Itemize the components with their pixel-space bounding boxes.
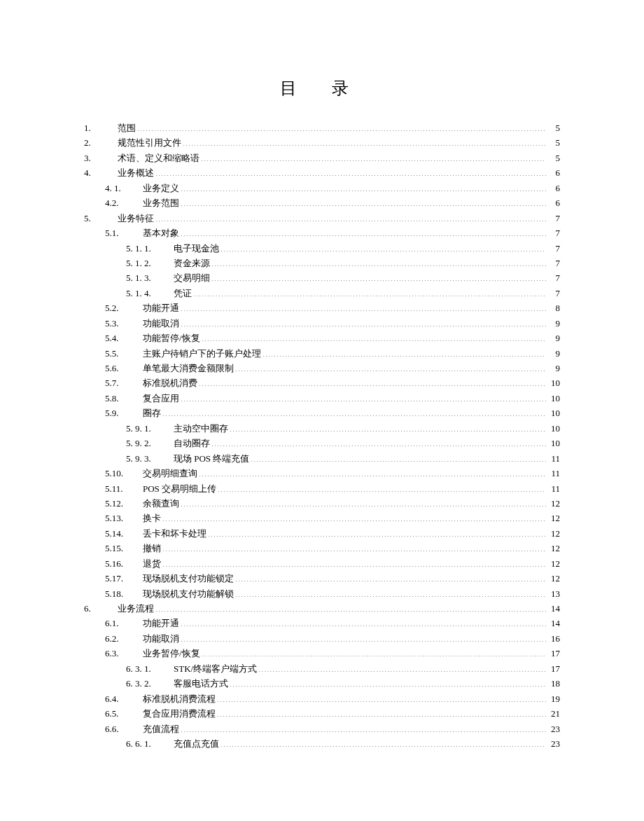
toc-entry-page: 17 bbox=[547, 646, 560, 661]
toc-entry-number: 5.15. bbox=[105, 541, 143, 556]
toc-entry-page: 10 bbox=[547, 436, 560, 450]
toc-entry-number: 6.2. bbox=[105, 631, 143, 646]
toc-entry: 6. 3. 2.客服电话方式18 bbox=[84, 676, 560, 691]
toc-entry-page: 6 bbox=[547, 195, 560, 210]
toc-entry-leader bbox=[230, 422, 546, 432]
toc-entry-label: 换卡 bbox=[143, 511, 161, 525]
toc-entry-leader bbox=[211, 272, 546, 281]
toc-entry-label: 复合应用 bbox=[143, 391, 179, 406]
toc-entry: 5. 1. 4.凭证7 bbox=[84, 286, 560, 301]
toc-entry-label: 业务定义 bbox=[143, 181, 179, 195]
toc-entry-label: 电子现金池 bbox=[174, 241, 219, 256]
toc-entry: 5. 9. 1.主动空中圈存10 bbox=[84, 421, 560, 436]
toc-entry-leader bbox=[181, 317, 546, 326]
toc-entry: 5.4.功能暂停/恢复9 bbox=[84, 331, 560, 345]
toc-entry: 6.4.标准脱机消费流程19 bbox=[84, 691, 560, 706]
toc-entry: 5.6.单笔最大消费金额限制9 bbox=[84, 361, 560, 375]
toc-entry: 5.15.撤销12 bbox=[84, 541, 560, 556]
toc-entry-page: 10 bbox=[547, 375, 560, 390]
toc-entry-page: 11 bbox=[547, 466, 560, 481]
toc-entry: 6.2.功能取消16 bbox=[84, 631, 560, 646]
toc-entry-label: 撤销 bbox=[143, 541, 161, 556]
toc-entry-label: 业务范围 bbox=[143, 195, 179, 210]
toc-entry-page: 11 bbox=[547, 481, 560, 496]
toc-entry-leader bbox=[181, 227, 546, 236]
toc-entry-leader bbox=[162, 558, 546, 567]
toc-entry-number: 6.3. bbox=[105, 646, 143, 661]
toc-entry: 5.3.功能取消9 bbox=[84, 316, 560, 331]
toc-entry-leader bbox=[235, 362, 546, 371]
toc-entry-leader bbox=[201, 152, 546, 161]
toc-entry: 5. 9. 3.现场 POS 终端充值11 bbox=[84, 451, 560, 466]
toc-entry-label: 主账户待销户下的子账户处理 bbox=[143, 346, 261, 361]
toc-entry-leader bbox=[235, 572, 546, 581]
toc-entry-page: 18 bbox=[547, 676, 560, 691]
toc-entry: 2.规范性引用文件5 bbox=[84, 135, 560, 150]
toc-entry-label: 规范性引用文件 bbox=[118, 135, 181, 150]
toc-entry-page: 12 bbox=[547, 511, 560, 525]
toc-entry-page: 7 bbox=[547, 241, 560, 256]
toc-entry-number: 6. bbox=[84, 601, 118, 616]
toc-entry-leader bbox=[218, 483, 546, 492]
toc-entry-page: 9 bbox=[547, 316, 560, 331]
toc-entry-leader bbox=[220, 242, 546, 251]
toc-entry-number: 5.13. bbox=[105, 511, 143, 525]
toc-entry-label: 业务流程 bbox=[118, 601, 154, 616]
toc-entry-number: 6.4. bbox=[105, 691, 143, 706]
toc-entry-number: 6. 3. 2. bbox=[126, 676, 174, 691]
toc-entry-number: 5.4. bbox=[105, 331, 143, 345]
toc-entry-number: 5. 1. 2. bbox=[126, 256, 174, 270]
toc-entry-label: 复合应用消费流程 bbox=[143, 706, 216, 721]
toc-entry-page: 7 bbox=[547, 286, 560, 301]
toc-entry-page: 10 bbox=[547, 406, 560, 420]
toc-entry-page: 6 bbox=[547, 181, 560, 195]
toc-entry: 4.业务概述6 bbox=[84, 165, 560, 180]
toc-entry-leader bbox=[181, 723, 546, 732]
toc-entry: 6.3.业务暂停/恢复17 bbox=[84, 646, 560, 661]
toc-entry-leader bbox=[181, 197, 546, 206]
toc-entry-number: 5. 9. 3. bbox=[126, 451, 174, 466]
toc-entry-label: 充值点充值 bbox=[174, 736, 219, 751]
toc-entry-number: 6.1. bbox=[105, 616, 143, 630]
toc-entry-leader bbox=[155, 167, 546, 176]
toc-entry-number: 4. 1. bbox=[105, 181, 143, 195]
toc-entry-label: 术语、定义和缩略语 bbox=[118, 151, 200, 165]
toc-entry-number: 5.5. bbox=[105, 346, 143, 361]
toc-entry-page: 19 bbox=[547, 691, 560, 706]
toc-entry-label: 现场 POS 终端充值 bbox=[174, 451, 249, 466]
toc-entry: 6. 6. 1.充值点充值23 bbox=[84, 736, 560, 751]
toc-entry-page: 7 bbox=[547, 211, 560, 226]
toc-entry-leader bbox=[181, 617, 546, 626]
toc-entry-leader bbox=[193, 287, 546, 296]
toc-entry-page: 12 bbox=[547, 541, 560, 556]
toc-entry-leader bbox=[217, 708, 546, 717]
toc-entry-number: 5.11. bbox=[105, 481, 143, 496]
toc-entry-number: 5.1. bbox=[105, 226, 143, 240]
toc-entry: 5.8.复合应用10 bbox=[84, 391, 560, 406]
toc-entry-number: 5. bbox=[84, 211, 118, 226]
toc-entry-number: 5.9. bbox=[105, 406, 143, 420]
toc-entry-number: 6. 3. 1. bbox=[126, 661, 174, 676]
toc-entry: 6.6.充值流程23 bbox=[84, 722, 560, 736]
toc-entry-leader bbox=[155, 602, 546, 612]
toc-entry-leader bbox=[251, 453, 546, 462]
toc-entry-label: 功能暂停/恢复 bbox=[143, 331, 200, 345]
toc-entry-label: 自动圈存 bbox=[174, 436, 210, 450]
toc-entry-number: 5.16. bbox=[105, 556, 143, 571]
toc-entry-label: 现场脱机支付功能锁定 bbox=[143, 571, 234, 586]
toc-entry-leader bbox=[181, 182, 546, 191]
toc-entry-page: 5 bbox=[547, 151, 560, 165]
toc-entry-label: 主动空中圈存 bbox=[174, 421, 228, 436]
toc-entry-page: 12 bbox=[547, 556, 560, 571]
toc-entry-leader bbox=[181, 497, 546, 506]
toc-entry-number: 1. bbox=[84, 120, 118, 135]
table-of-contents: 1.范围52.规范性引用文件53.术语、定义和缩略语54.业务概述64. 1.业… bbox=[84, 120, 560, 751]
toc-entry-page: 21 bbox=[547, 706, 560, 721]
toc-entry-leader bbox=[262, 347, 546, 357]
toc-entry-number: 5.18. bbox=[105, 586, 143, 601]
toc-entry-page: 7 bbox=[547, 256, 560, 270]
toc-entry-leader bbox=[230, 677, 546, 687]
toc-entry-page: 10 bbox=[547, 391, 560, 406]
toc-entry-number: 5.3. bbox=[105, 316, 143, 331]
toc-entry-page: 23 bbox=[547, 722, 560, 736]
